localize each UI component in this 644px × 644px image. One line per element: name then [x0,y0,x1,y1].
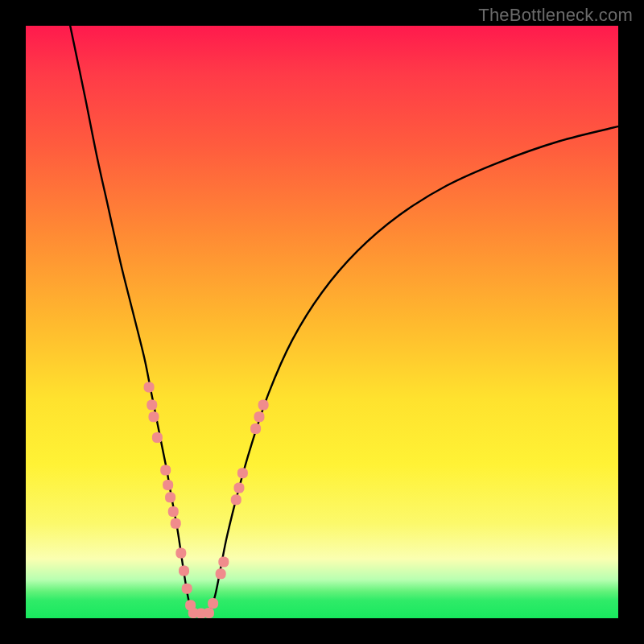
marker-dots-right [250,423,261,434]
marker-dots-right [208,598,218,609]
marker-dots-left [160,465,171,476]
series-bottleneck-right [209,126,618,613]
marker-dots-right [218,557,229,568]
marker-dots-left [171,518,181,529]
watermark-text: TheBottleneck.com [478,5,633,26]
marker-dots-right [258,400,269,411]
marker-dots-bottom [204,608,214,618]
marker-dots-left [182,584,192,594]
marker-dots-left [148,411,159,422]
marker-dots-left [165,492,175,502]
marker-dots-right [231,494,242,505]
chart-lines [70,26,618,613]
marker-dots-left [179,566,189,576]
marker-dots-right [254,411,264,422]
marker-dots-left [152,432,163,443]
marker-dots-left [144,382,155,392]
chart-svg [26,26,618,618]
outer-frame: TheBottleneck.com [0,0,644,644]
marker-dots-right [237,468,248,478]
marker-dots-left [163,480,173,490]
marker-dots-left [175,548,186,559]
plot-area [26,26,618,618]
marker-dots-left [147,400,157,411]
marker-dots-right [216,568,226,579]
marker-dots-right [233,483,244,493]
marker-dots-left [168,506,179,517]
chart-markers [144,382,269,618]
